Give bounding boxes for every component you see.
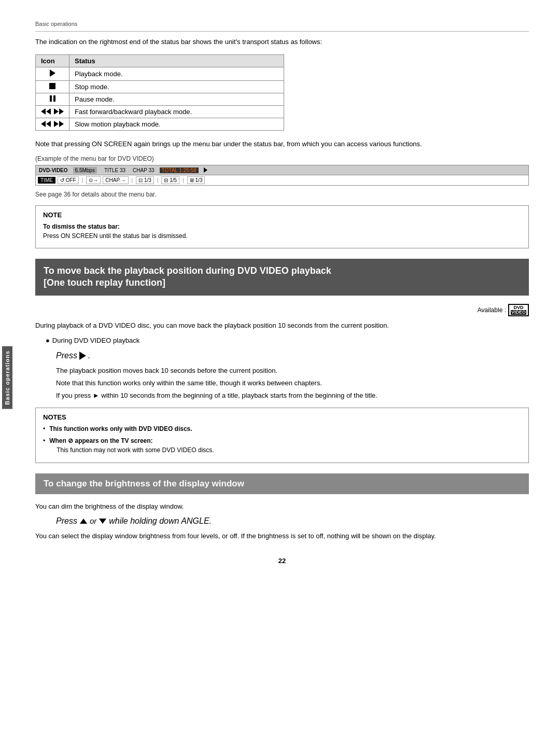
time-item: TIME [38,177,55,184]
notes-title: NOTES [43,413,521,421]
note-item-label: To dismiss the status bar: [43,223,120,230]
section1-desc1: The playback position moves back 10 seco… [56,366,529,376]
mbps-label: 6.5Mbps [73,167,97,174]
notes-item-1-text: This function works only with DVD VIDEO … [49,424,192,434]
notes-item-1: This function works only with DVD VIDEO … [43,424,521,434]
stop-icon [49,83,55,89]
sidebar: Basic operations [0,0,15,755]
title-span: TITLE 33 [102,167,128,173]
breadcrumb: Basic operations [35,21,529,32]
icon-cell-ff [36,105,69,118]
play-arrow-icon [204,167,207,173]
section2-desc1: You can select the display window bright… [35,531,529,542]
total-span: TOTAL 1:25:58 [160,167,199,173]
menu-bar-wrapper: DVD-VIDEO 6.5Mbps TITLE 33 CHAP 33 TOTAL… [35,165,529,186]
table-header-icon: Icon [36,54,69,67]
note-item-text: Press ON SCREEN until the status bar is … [43,232,188,240]
available-label: Available : [478,306,506,314]
cd2-item: ⊟ 1/5 [161,176,179,184]
slow-ff-icon [54,121,64,127]
status-cell-ff: Fast forward/backward playback mode. [69,105,284,118]
chap-span: CHAP 33 [131,167,157,173]
page-number: 22 [35,557,529,565]
note-text: Note that pressing ON SCREEN again bring… [35,139,529,149]
intro-text: The indication on the rightmost end of t… [35,37,529,47]
menu-bar-top: DVD-VIDEO 6.5Mbps TITLE 33 CHAP 33 TOTAL… [35,165,529,175]
section1-body1: During playback of a DVD VIDEO disc, you… [35,320,529,331]
sep2: | [132,177,133,183]
note-title: NOTE [43,211,521,219]
dvd-video-badge: DVD VIDEO [508,304,529,316]
press-heading: Press . [56,351,529,360]
repeat-item: ↺ OFF [58,176,79,184]
status-cell-play: Playback mode. [69,67,284,80]
press-label2: Press [56,516,77,526]
status-table: Icon Status Playback mode. Stop mode. [35,54,284,131]
press-play-icon [79,352,86,360]
sep3: | [157,177,159,183]
rew-icon [41,108,51,115]
slow-rew-icon [41,121,51,127]
example-label: (Example of the menu bar for DVD VIDEO) [35,155,529,162]
available-row: Available : DVD VIDEO [35,304,529,316]
menu-bar-bottom: TIME ↺ OFF | ⊙→ CHAP.→ | ⊡ 1/3 | ⊟ 1/5 |… [35,175,529,186]
press-suffix2: while holding down ANGLE. [109,516,212,526]
notes-item-2-subtext: This function may not work with some DVD… [57,446,214,454]
table-row: Slow motion playback mode. [36,118,284,130]
status-cell-pause: Pause mode. [69,93,284,105]
notes-item-2-wrapper: When ⊘ appears on the TV screen: This fu… [49,436,214,455]
title-info: TITLE 33 CHAP 33 TOTAL 1:25:58 [102,167,199,173]
sep4: | [183,177,184,183]
section2-header: To change the brightness of the display … [35,473,529,494]
press-dot: . [88,351,90,360]
see-page-text: See page 36 for details about the menu b… [35,191,529,198]
icon-cell-play [36,67,69,80]
sep1: | [82,177,83,183]
section1-title-line1: To move back the playback position durin… [44,265,521,277]
chap-nav-item: CHAP.→ [103,176,128,184]
main-content: Basic operations The indication on the r… [15,0,560,755]
section1-title-line2: [One touch replay function] [44,277,521,289]
section1-desc3: If you press ► within 10 seconds from th… [56,390,529,401]
table-header-status: Status [69,54,284,67]
notes-box: NOTES This function works only with DVD … [35,408,529,463]
table-row: Stop mode. [36,80,284,93]
down-arrow-icon [99,519,106,524]
section2-body1: You can dim the brightness of the displa… [35,501,529,512]
section1-desc2: Note that this function works only withi… [56,378,529,389]
dvd-badge-bottom: VIDEO [511,310,526,315]
section1-header: To move back the playback position durin… [35,259,529,296]
up-arrow-icon [80,519,87,524]
dvd-label: DVD-VIDEO [39,167,68,173]
or-text: or [90,516,96,525]
section2-title: To change the brightness of the display … [44,479,244,488]
table-row: Fast forward/backward playback mode. [36,105,284,118]
section1-bullet1: During DVD VIDEO playback [35,335,529,346]
pause-icon [50,95,55,102]
icon-cell-stop [36,80,69,93]
status-cell-slow: Slow motion playback mode. [69,118,284,130]
press-word: Press [56,351,77,360]
icon-cell-slow [36,118,69,130]
angle-item: ⊙→ [86,176,101,184]
status-cell-stop: Stop mode. [69,80,284,93]
ff-icon [54,108,64,115]
ff-rew-icons [41,108,64,115]
cd1-item: ⊡ 1/3 [136,176,154,184]
slow-icons [41,121,64,127]
note-box: NOTE To dismiss the status bar: Press ON… [35,205,529,248]
press-heading2: Press or while holding down ANGLE. [56,516,529,526]
pic-item: ⊞ 1/3 [187,176,205,184]
sidebar-label: Basic operations [2,346,12,409]
table-row: Pause mode. [36,93,284,105]
play-icon [50,69,55,77]
notes-item-2: When ⊘ appears on the TV screen: This fu… [43,436,521,455]
note-item-1: To dismiss the status bar: Press ON SCRE… [43,222,521,241]
table-row: Playback mode. [36,67,284,80]
icon-cell-pause [36,93,69,105]
notes-item-2-bold: When ⊘ appears on the TV screen: [49,437,152,444]
